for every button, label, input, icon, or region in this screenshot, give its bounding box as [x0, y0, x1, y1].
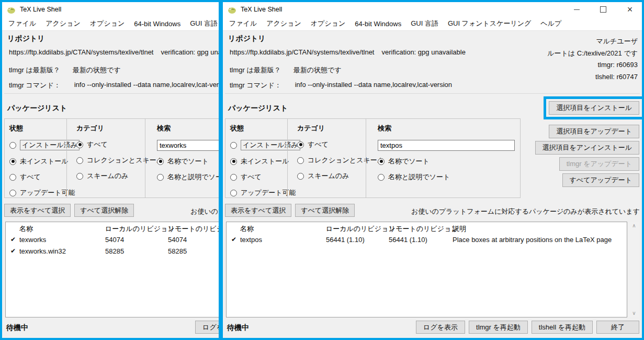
- show-log-button[interactable]: ログを表示: [416, 321, 465, 334]
- category-filter-group: カテゴリ すべて コレクションとスキーム スキームのみ: [287, 119, 366, 198]
- scroll-up-icon[interactable]: ∧: [632, 223, 636, 228]
- menu-item-actions[interactable]: アクション: [41, 19, 85, 28]
- category-filter-group: カテゴリ すべて コレクションとスキーム スキームのみ: [66, 119, 145, 198]
- checkmark-icon[interactable]: ✔: [10, 236, 19, 243]
- radio-all[interactable]: すべて: [230, 172, 287, 182]
- window-title: TeX Live Shell: [241, 6, 282, 13]
- table-header-local-revision[interactable]: ローカルのリビジョン: [105, 224, 175, 234]
- menu-item-gui-language[interactable]: GUI 言語: [185, 19, 221, 28]
- radio-label: 名称でソート: [167, 157, 209, 166]
- table-row[interactable]: ✔ textpos 56441 (1.10) 56441 (1.10) Plac…: [227, 236, 627, 247]
- titlebar[interactable]: TeX Live Shell ×: [223, 2, 642, 17]
- close-button[interactable]: ×: [626, 6, 634, 13]
- menubar: ファイル アクション オプション 64-bit Windows GUI 言語 G…: [2, 17, 221, 31]
- titlebar[interactable]: TeX Live Shell ×: [2, 2, 221, 17]
- status-text: 待機中: [227, 323, 249, 333]
- menu-item-help[interactable]: ヘルプ: [536, 19, 566, 28]
- menu-item-arch[interactable]: 64-bit Windows: [129, 20, 185, 28]
- update-selected-button[interactable]: 選択項目をアップデート: [549, 125, 639, 138]
- radio-not-installed[interactable]: 未インストール: [230, 157, 287, 166]
- radio-not-installed[interactable]: 未インストール: [9, 157, 66, 166]
- radio-all[interactable]: すべて: [9, 172, 66, 182]
- radio-label: すべて: [308, 140, 329, 149]
- tlmgr-uptodate-label: tlmgr は最新版？: [9, 65, 60, 75]
- menu-item-actions[interactable]: アクション: [262, 19, 306, 28]
- clear-selection-button[interactable]: すべて選択解除: [74, 204, 134, 217]
- menu-item-options[interactable]: オプション: [306, 19, 351, 28]
- client-area: リポジトリ https://ftp.kddilabs.jp/CTAN/syste…: [2, 31, 221, 338]
- table-row[interactable]: ✔ texworks 54074 54074: [6, 236, 221, 247]
- repository-url: https://ftp.kddilabs.jp/CTAN/systems/tex…: [9, 48, 153, 56]
- clear-selection-button[interactable]: すべて選択解除: [295, 204, 355, 217]
- category-filter-label: カテゴリ: [76, 124, 145, 133]
- minimize-button[interactable]: [573, 6, 580, 13]
- sysinfo-root: ルートは C:/texlive/2021 です: [547, 48, 638, 60]
- table-header-local-revision[interactable]: ローカルのリビジョン: [326, 224, 396, 234]
- table-header-remote-revision[interactable]: リモートのリビジョン: [168, 224, 221, 234]
- radio-icon: [9, 174, 16, 181]
- radio-sort-name-desc[interactable]: 名称と説明でソート: [157, 172, 221, 182]
- table-header-description[interactable]: 説明: [453, 224, 466, 234]
- show-log-button[interactable]: ログを表示: [195, 321, 221, 334]
- menu-item-arch[interactable]: 64-bit Windows: [350, 20, 406, 28]
- cell-description: Place boxes at arbitrary positions on th…: [453, 236, 612, 244]
- scrollbar[interactable]: ∧ ∨: [629, 222, 639, 317]
- install-selected-button[interactable]: 選択項目をインストール: [549, 101, 639, 115]
- checkmark-icon[interactable]: ✔: [231, 236, 240, 243]
- quit-button[interactable]: 終了: [596, 321, 639, 334]
- radio-category-all[interactable]: すべて: [297, 140, 366, 149]
- platform-note: お使いのプラットフォームに対応するパッケージのみが表示されています: [190, 207, 221, 216]
- table-row[interactable]: ✔ texworks.win32 58285 58285: [6, 247, 221, 259]
- radio-updatable[interactable]: アップデート可能: [230, 188, 287, 198]
- selection-buttons: 表示をすべて選択 すべて選択解除: [225, 204, 355, 217]
- repository-heading: リポジトリ: [7, 34, 45, 43]
- radio-installed[interactable]: インストール済み: [9, 140, 66, 150]
- radio-icon: [297, 173, 304, 180]
- menu-item-gui-font-scaling[interactable]: GUI フォントスケーリング: [443, 19, 536, 28]
- search-input[interactable]: [378, 140, 515, 151]
- table-header-remote-revision[interactable]: リモートのリビジョン: [389, 224, 458, 234]
- table-header-name[interactable]: 名称: [19, 224, 33, 234]
- window-title: TeX Live Shell: [20, 6, 61, 13]
- radio-category-all[interactable]: すべて: [76, 140, 145, 149]
- scroll-down-icon[interactable]: ∨: [632, 311, 636, 316]
- search-input[interactable]: [157, 140, 221, 151]
- cell-name: texworks: [19, 236, 46, 244]
- restart-tlmgr-button[interactable]: tlmgr を再起動: [469, 321, 528, 334]
- sysinfo-tlshell-rev: tlshell: r60747: [547, 71, 638, 83]
- radio-sort-name[interactable]: 名称でソート: [157, 157, 221, 166]
- checkmark-icon[interactable]: ✔: [10, 247, 19, 255]
- radio-schemes-only[interactable]: スキームのみ: [297, 171, 366, 181]
- radio-updatable[interactable]: アップデート可能: [9, 188, 66, 198]
- restart-tlshell-button[interactable]: tlshell を再起動: [532, 321, 593, 334]
- table-header-name[interactable]: 名称: [240, 224, 254, 234]
- select-all-button[interactable]: 表示をすべて選択: [225, 204, 291, 217]
- status-filter-group: 状態 インストール済み 未インストール すべて: [5, 119, 66, 198]
- system-info: マルチユーザ ルートは C:/texlive/2021 です tlmgr: r6…: [547, 36, 638, 83]
- footer-buttons: ログを表示 tlmgr を再起動 tlshell を再起動 終了: [195, 321, 221, 334]
- menu-item-gui-language[interactable]: GUI 言語: [406, 19, 443, 28]
- uninstall-selected-button[interactable]: 選択項目をアンインストール: [535, 141, 639, 155]
- select-all-button[interactable]: 表示をすべて選択: [4, 204, 71, 217]
- menu-item-file[interactable]: ファイル: [224, 19, 262, 28]
- status-filter-group: 状態 インストール済み 未インストール すべて: [225, 119, 287, 198]
- window-left: TeX Live Shell × ファイル アクション オプション 64-bit…: [0, 0, 221, 340]
- radio-collections-schemes[interactable]: コレクションとスキーム: [297, 156, 366, 165]
- radio-collections-schemes[interactable]: コレクションとスキーム: [76, 156, 145, 165]
- radio-label: すべて: [87, 140, 108, 149]
- radio-sort-name-desc[interactable]: 名称と説明でソート: [378, 172, 520, 182]
- package-table: 名称 ローカルのリビジョン リモートのリビジョン 説明 ✔ textpos 56…: [226, 222, 627, 317]
- tlmgr-uptodate-label: tlmgr は最新版？: [230, 65, 281, 75]
- window-controls: ×: [573, 2, 634, 17]
- app-icon: [228, 5, 236, 14]
- app-icon: [7, 5, 16, 14]
- menu-item-options[interactable]: オプション: [85, 19, 130, 28]
- radio-icon: [76, 173, 83, 180]
- menu-item-file[interactable]: ファイル: [4, 19, 41, 28]
- radio-schemes-only[interactable]: スキームのみ: [76, 171, 145, 181]
- radio-sort-name[interactable]: 名称でソート: [378, 157, 520, 166]
- package-list-heading: パッケージリスト: [7, 104, 67, 113]
- update-all-button[interactable]: すべてアップデート: [562, 173, 639, 187]
- radio-installed[interactable]: インストール済み: [230, 140, 287, 150]
- maximize-button[interactable]: [600, 6, 607, 13]
